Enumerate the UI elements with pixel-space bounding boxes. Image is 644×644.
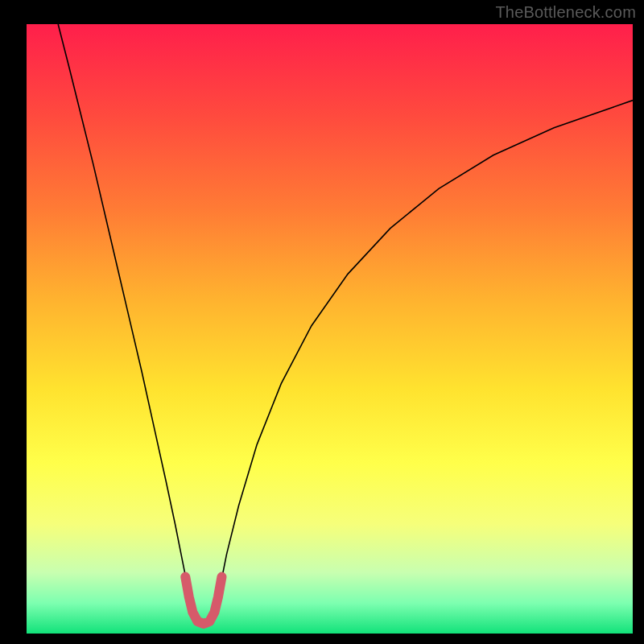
gradient-background [27,24,633,634]
chart-svg [0,0,644,644]
chart-stage: TheBottleneck.com [0,0,644,644]
watermark-label: TheBottleneck.com [495,3,636,22]
